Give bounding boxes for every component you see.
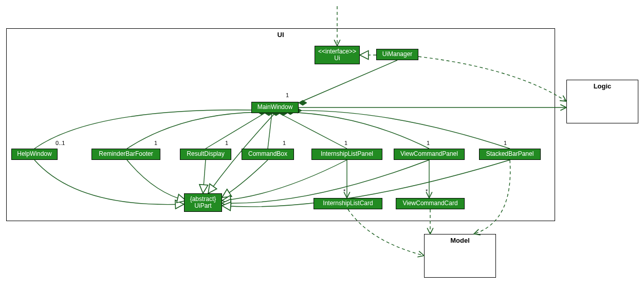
class-name: MainWindow: [257, 104, 293, 111]
class-name: InternshipListPanel: [321, 151, 373, 157]
node-uipart: {abstract} UiPart: [184, 193, 222, 212]
class-name: HelpWindow: [17, 151, 51, 157]
mult-vcc: *: [426, 188, 428, 194]
class-name: ResultDisplay: [187, 151, 224, 157]
node-viewcommandpanel: ViewCommandPanel: [394, 149, 465, 160]
node-mainwindow: MainWindow: [251, 102, 299, 113]
class-name: StackedBarPanel: [486, 151, 534, 157]
mult-commandbox: 1: [283, 140, 286, 146]
class-name: Ui: [334, 55, 340, 62]
class-name: InternshipListCard: [323, 200, 373, 207]
node-stackedbarpanel: StackedBarPanel: [479, 149, 541, 160]
class-name: CommandBox: [248, 151, 287, 157]
mult-helpwindow: 0..1: [56, 140, 65, 146]
node-uimanager: UiManager: [376, 49, 418, 60]
class-name: ViewCommandPanel: [400, 151, 458, 157]
node-viewcommandcard: ViewCommandCard: [396, 198, 465, 209]
class-name: UiPart: [194, 203, 211, 209]
package-model: Model: [424, 234, 496, 278]
class-name: ViewCommandCard: [402, 200, 457, 207]
mult-mainwindow: 1: [286, 92, 289, 98]
node-internshiplistpanel: InternshipListPanel: [311, 149, 382, 160]
node-reminderbarfooter: ReminderBarFooter: [91, 149, 160, 160]
uml-diagram: { "packages": { "ui": { "label": "UI", "…: [0, 0, 644, 289]
package-logic-label: Logic: [567, 82, 638, 90]
package-ui: UI: [6, 28, 555, 221]
mult-sbp: 1: [504, 140, 507, 146]
mult-result: 1: [225, 140, 228, 146]
class-name: ReminderBarFooter: [99, 151, 153, 157]
package-model-label: Model: [425, 237, 495, 244]
node-ui-interface: <<interface>> Ui: [315, 46, 360, 64]
mult-ilp: 1: [344, 140, 347, 146]
node-internshiplistcard: InternshipListCard: [314, 198, 382, 209]
node-helpwindow: HelpWindow: [11, 149, 58, 160]
mult-reminder: 1: [154, 140, 157, 146]
node-resultdisplay: ResultDisplay: [180, 149, 231, 160]
mult-ilc: *: [343, 188, 345, 194]
class-name: UiManager: [382, 51, 413, 58]
package-ui-label: UI: [7, 31, 555, 39]
package-logic: Logic: [566, 80, 638, 123]
mult-vcp: 1: [427, 140, 430, 146]
node-commandbox: CommandBox: [242, 149, 294, 160]
